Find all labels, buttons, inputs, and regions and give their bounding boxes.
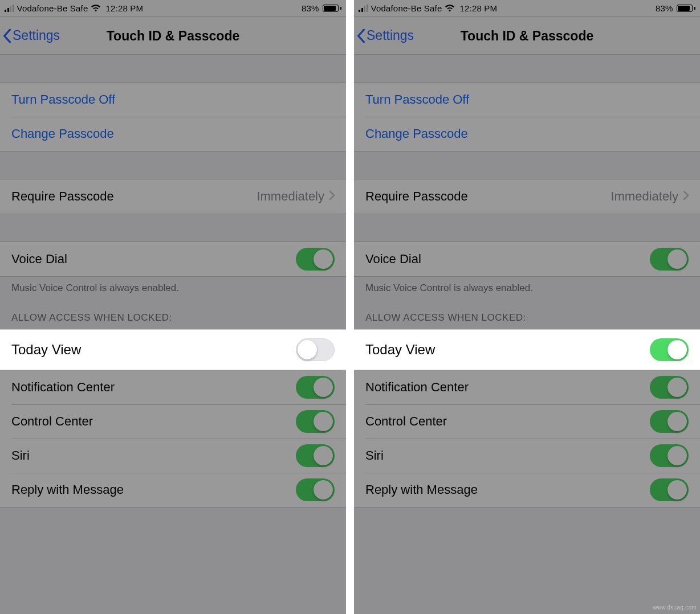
siri-toggle[interactable] bbox=[296, 444, 335, 467]
signal-bars-icon bbox=[359, 5, 368, 12]
change-passcode-label: Change Passcode bbox=[11, 126, 114, 141]
chevron-right-icon bbox=[329, 189, 335, 204]
turn-passcode-off-button[interactable]: Turn Passcode Off bbox=[0, 83, 346, 117]
today-view-toggle[interactable] bbox=[650, 338, 689, 361]
phone-divider bbox=[346, 0, 354, 614]
siri-label: Siri bbox=[365, 448, 384, 463]
today-view-row-highlight: Today View bbox=[354, 329, 700, 370]
clock-label: 12:28 PM bbox=[105, 3, 143, 13]
reply-message-row: Reply with Message bbox=[0, 473, 346, 507]
voice-dial-row: Voice Dial bbox=[354, 242, 700, 276]
allow-access-group: Notification Center Control Center Siri … bbox=[0, 370, 346, 507]
control-center-label: Control Center bbox=[365, 414, 447, 429]
reply-message-toggle[interactable] bbox=[296, 478, 335, 501]
back-button[interactable]: Settings bbox=[356, 28, 414, 43]
carrier-label: Vodafone-Be Safe bbox=[17, 3, 88, 13]
require-passcode-label: Require Passcode bbox=[365, 189, 468, 204]
phone-left: Vodafone-Be Safe 12:28 PM 83% Settings T… bbox=[0, 0, 346, 614]
battery-icon bbox=[677, 5, 696, 12]
reply-message-label: Reply with Message bbox=[365, 482, 478, 497]
today-view-row-highlight: Today View bbox=[0, 329, 346, 370]
wifi-icon bbox=[445, 5, 455, 12]
change-passcode-button[interactable]: Change Passcode bbox=[354, 117, 700, 151]
notification-center-toggle[interactable] bbox=[650, 376, 689, 399]
allow-access-header: ALLOW ACCESS WHEN LOCKED: bbox=[0, 294, 346, 329]
voice-dial-footer: Music Voice Control is always enabled. bbox=[0, 277, 346, 294]
status-bar: Vodafone-Be Safe 12:28 PM 83% bbox=[0, 0, 346, 17]
require-passcode-value: Immediately bbox=[611, 189, 678, 204]
require-passcode-value: Immediately bbox=[257, 189, 324, 204]
battery-icon bbox=[323, 5, 342, 12]
require-passcode-label: Require Passcode bbox=[11, 189, 114, 204]
chevron-left-icon bbox=[2, 28, 11, 43]
voice-dial-toggle[interactable] bbox=[296, 248, 335, 271]
voice-dial-label: Voice Dial bbox=[365, 252, 421, 267]
back-button[interactable]: Settings bbox=[2, 28, 60, 43]
require-passcode-group: Require Passcode Immediately bbox=[354, 179, 700, 214]
notification-center-label: Notification Center bbox=[11, 380, 115, 395]
status-bar: Vodafone-Be Safe 12:28 PM 83% bbox=[354, 0, 700, 17]
voice-dial-group: Voice Dial bbox=[0, 241, 346, 277]
siri-label: Siri bbox=[11, 448, 30, 463]
clock-label: 12:28 PM bbox=[459, 3, 497, 13]
notification-center-row: Notification Center bbox=[0, 370, 346, 404]
turn-passcode-off-label: Turn Passcode Off bbox=[11, 92, 115, 107]
chevron-left-icon bbox=[356, 28, 365, 43]
passcode-actions-group: Turn Passcode Off Change Passcode bbox=[0, 82, 346, 152]
reply-message-toggle[interactable] bbox=[650, 478, 689, 501]
watermark: www.dsuaq.com bbox=[653, 604, 697, 611]
control-center-toggle[interactable] bbox=[650, 410, 689, 433]
battery-pct-label: 83% bbox=[656, 3, 673, 13]
voice-dial-row: Voice Dial bbox=[0, 242, 346, 276]
change-passcode-label: Change Passcode bbox=[365, 126, 468, 141]
change-passcode-button[interactable]: Change Passcode bbox=[0, 117, 346, 151]
battery-pct-label: 83% bbox=[302, 3, 319, 13]
carrier-label: Vodafone-Be Safe bbox=[371, 3, 442, 13]
control-center-row: Control Center bbox=[0, 404, 346, 439]
voice-dial-toggle[interactable] bbox=[650, 248, 689, 271]
notification-center-toggle[interactable] bbox=[296, 376, 335, 399]
notification-center-row: Notification Center bbox=[354, 370, 700, 404]
reply-message-row: Reply with Message bbox=[354, 473, 700, 507]
allow-access-header: ALLOW ACCESS WHEN LOCKED: bbox=[354, 294, 700, 329]
voice-dial-footer: Music Voice Control is always enabled. bbox=[354, 277, 700, 294]
nav-bar: Settings Touch ID & Passcode bbox=[354, 17, 700, 55]
back-label: Settings bbox=[13, 28, 60, 43]
today-view-toggle[interactable] bbox=[296, 338, 335, 361]
today-view-label: Today View bbox=[365, 342, 435, 358]
page-title: Touch ID & Passcode bbox=[107, 28, 239, 43]
today-view-row: Today View bbox=[354, 330, 700, 370]
control-center-row: Control Center bbox=[354, 404, 700, 439]
nav-bar: Settings Touch ID & Passcode bbox=[0, 17, 346, 55]
notification-center-label: Notification Center bbox=[365, 380, 469, 395]
today-view-row: Today View bbox=[0, 330, 346, 370]
phone-right: Vodafone-Be Safe 12:28 PM 83% Settings T… bbox=[354, 0, 700, 614]
back-label: Settings bbox=[367, 28, 414, 43]
reply-message-label: Reply with Message bbox=[11, 482, 124, 497]
wifi-icon bbox=[91, 5, 101, 12]
require-passcode-row[interactable]: Require Passcode Immediately bbox=[0, 179, 346, 214]
control-center-label: Control Center bbox=[11, 414, 93, 429]
voice-dial-group: Voice Dial bbox=[354, 241, 700, 277]
chevron-right-icon bbox=[683, 189, 689, 204]
screenshot-pair: Vodafone-Be Safe 12:28 PM 83% Settings T… bbox=[0, 0, 700, 614]
control-center-toggle[interactable] bbox=[296, 410, 335, 433]
voice-dial-label: Voice Dial bbox=[11, 252, 67, 267]
siri-toggle[interactable] bbox=[650, 444, 689, 467]
siri-row: Siri bbox=[354, 439, 700, 473]
turn-passcode-off-label: Turn Passcode Off bbox=[365, 92, 469, 107]
signal-bars-icon bbox=[5, 5, 14, 12]
require-passcode-group: Require Passcode Immediately bbox=[0, 179, 346, 214]
allow-access-group: Notification Center Control Center Siri … bbox=[354, 370, 700, 507]
passcode-actions-group: Turn Passcode Off Change Passcode bbox=[354, 82, 700, 152]
require-passcode-row[interactable]: Require Passcode Immediately bbox=[354, 179, 700, 214]
today-view-label: Today View bbox=[11, 342, 81, 358]
page-title: Touch ID & Passcode bbox=[461, 28, 593, 43]
siri-row: Siri bbox=[0, 439, 346, 473]
turn-passcode-off-button[interactable]: Turn Passcode Off bbox=[354, 83, 700, 117]
